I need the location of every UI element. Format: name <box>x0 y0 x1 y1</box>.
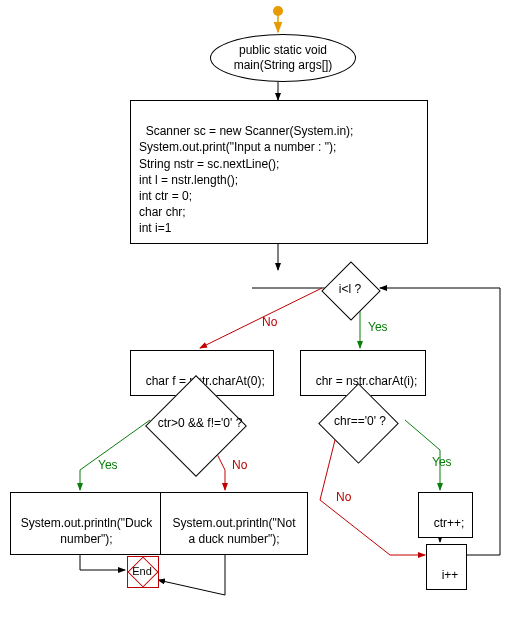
ctrInc-node: ctr++; <box>418 492 473 538</box>
duck-node: System.out.println("Duck number"); <box>10 492 163 555</box>
end-inner-icon <box>127 556 158 587</box>
iInc-text: i++ <box>442 568 459 582</box>
notDuck-text: System.out.println("Not a duck number"); <box>173 516 296 546</box>
start-node <box>273 6 283 16</box>
main-text: public static void main(String args[]) <box>215 43 351 73</box>
cond1-no-label: No <box>262 315 277 329</box>
cond1-node <box>321 261 380 320</box>
chrZero-yes-label: Yes <box>432 455 452 469</box>
charAtI-text: chr = nstr.charAt(i); <box>316 374 418 388</box>
init-node: Scanner sc = new Scanner(System.in); Sys… <box>130 100 428 244</box>
notDuck-node: System.out.println("Not a duck number"); <box>160 492 308 555</box>
init-text: Scanner sc = new Scanner(System.in); Sys… <box>139 124 353 235</box>
end-node <box>127 556 159 588</box>
duck-text: System.out.println("Duck number"); <box>21 516 153 546</box>
ctrF-no-label: No <box>232 458 247 472</box>
ctrInc-text: ctr++; <box>434 516 465 530</box>
cond1-yes-label: Yes <box>368 320 388 334</box>
chrZero-no-label: No <box>336 490 351 504</box>
main-node: public static void main(String args[]) <box>210 34 356 82</box>
flowchart-canvas: public static void main(String args[]) S… <box>0 0 522 633</box>
iInc-node: i++ <box>426 544 467 590</box>
ctrF-yes-label: Yes <box>98 458 118 472</box>
